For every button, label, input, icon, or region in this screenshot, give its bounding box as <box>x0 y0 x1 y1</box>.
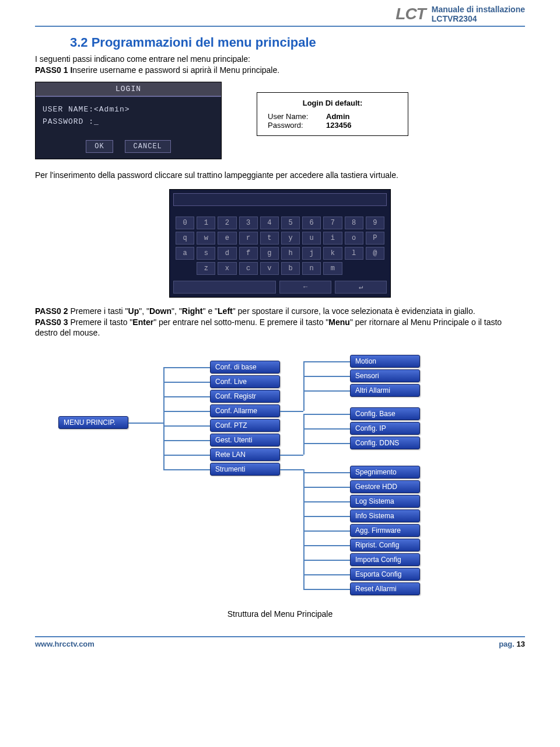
menu-node: Conf. PTZ <box>210 419 280 432</box>
menu-node: Strumenti <box>210 463 280 476</box>
virtual-keyboard-screenshot: 0123456789qwertyuioPasdfghjkl@zxcvbnm ← … <box>169 189 391 298</box>
keyboard-key[interactable]: w <box>197 232 215 245</box>
menu-node: Conf. di base <box>210 361 280 374</box>
header-manual-title: Manuale di installazione <box>432 5 525 14</box>
intro-text: I seguenti passi indicano come entrare n… <box>35 54 525 65</box>
keyboard-key[interactable]: a <box>176 247 194 260</box>
default-login-box: Login Di default: User Name: Admin Passw… <box>257 92 408 136</box>
keyboard-key[interactable]: u <box>302 232 321 245</box>
footer-rule <box>35 636 525 637</box>
keyboard-key[interactable]: 2 <box>218 217 236 229</box>
keyboard-key[interactable]: 6 <box>302 217 321 229</box>
logo: LCT <box>396 5 425 23</box>
default-login-title: Login Di default: <box>268 99 397 107</box>
menu-node: Gestore HDD <box>350 480 420 493</box>
menu-node: Importa Config <box>350 553 420 566</box>
menu-node: Riprist. Config <box>350 539 420 551</box>
footer-url: www.hrcctv.com <box>35 640 94 648</box>
footer-page-label: pag. <box>499 640 514 648</box>
keyboard-key[interactable]: e <box>218 232 236 245</box>
keyboard-space-key[interactable] <box>173 281 276 294</box>
password-hint-text: Per l'inserimento della password cliccar… <box>35 170 525 181</box>
pass0-1-label: PASS0 1 I <box>35 65 72 75</box>
keyboard-key[interactable]: q <box>176 232 194 245</box>
login-cancel-button[interactable]: CANCEL <box>125 140 171 153</box>
footer-page-number: 13 <box>517 640 525 648</box>
keyboard-key[interactable]: k <box>323 247 342 260</box>
keyboard-key[interactable]: d <box>218 247 236 260</box>
tree-caption: Struttura del Menu Principale <box>35 609 525 619</box>
default-pass-value: 123456 <box>326 121 351 130</box>
header-model: LCTVR2304 <box>432 14 525 23</box>
pass0-3: PASS0 3 Premere il tasto "Enter" per ent… <box>35 317 525 339</box>
menu-node: Log Sistema <box>350 495 420 508</box>
default-user-value: Admin <box>326 112 349 121</box>
login-password-line: PASSWORD :_ <box>43 117 214 126</box>
header-rule <box>35 26 525 27</box>
keyboard-key[interactable]: 7 <box>323 217 342 229</box>
menu-node: Spegnimento <box>350 466 420 479</box>
keyboard-key[interactable]: y <box>281 232 300 245</box>
keyboard-key[interactable]: z <box>197 262 215 275</box>
keyboard-key[interactable]: @ <box>366 247 384 260</box>
keyboard-key[interactable]: j <box>302 247 321 260</box>
menu-node: Config. IP <box>350 422 420 435</box>
keyboard-backspace-key[interactable]: ← <box>279 281 331 294</box>
login-screenshot: LOGIN USER NAME:<Admin> PASSWORD :_ OK C… <box>35 82 222 159</box>
keyboard-key[interactable]: b <box>281 262 300 275</box>
pass0-2-label: PASS0 2 <box>35 306 68 316</box>
menu-node: Motion <box>350 355 420 368</box>
menu-node: Rete LAN <box>210 448 280 461</box>
login-username-line: USER NAME:<Admin> <box>43 105 214 114</box>
keyboard-key[interactable]: r <box>239 232 258 245</box>
menu-node: Altri Allarmi <box>350 384 420 397</box>
menu-node: Reset Allarmi <box>350 582 420 595</box>
section-title: 3.2 Programmazioni del menu principale <box>70 35 525 50</box>
page-header: LCT Manuale di installazione LCTVR2304 <box>35 0 525 23</box>
keyboard-key[interactable]: o <box>345 232 363 245</box>
menu-node: Gest. Utenti <box>210 434 280 446</box>
menu-node: MENU PRINCIP. <box>58 416 128 429</box>
keyboard-key[interactable]: f <box>239 247 258 260</box>
menu-node: Agg. Firmware <box>350 524 420 537</box>
keyboard-key[interactable]: 4 <box>260 217 279 229</box>
pass0-1-text: nserire username e password si aprirà il… <box>72 65 279 75</box>
keyboard-key[interactable]: s <box>197 247 215 260</box>
keyboard-key[interactable]: 0 <box>176 217 194 229</box>
keyboard-input-field[interactable] <box>173 193 387 206</box>
keyboard-key[interactable]: i <box>323 232 342 245</box>
keyboard-enter-key[interactable]: ↵ <box>335 281 387 294</box>
page-footer: www.hrcctv.com pag. 13 <box>35 640 525 648</box>
keyboard-key[interactable]: 5 <box>281 217 300 229</box>
menu-tree-diagram: MENU PRINCIP.Conf. di baseConf. LiveConf… <box>58 349 502 606</box>
default-user-key: User Name: <box>268 112 326 121</box>
keyboard-key[interactable]: m <box>323 262 342 275</box>
keyboard-key[interactable]: 9 <box>366 217 384 229</box>
pass0-1: PASS0 1 Inserire username e password si … <box>35 65 525 76</box>
keyboard-key[interactable]: g <box>260 247 279 260</box>
keyboard-key[interactable]: v <box>260 262 279 275</box>
menu-node: Esporta Config <box>350 568 420 581</box>
keyboard-key[interactable]: P <box>366 232 384 245</box>
keyboard-key[interactable]: t <box>260 232 279 245</box>
pass0-2: PASS0 2 Premere i tasti "Up", "Down", "R… <box>35 306 525 317</box>
keyboard-key[interactable]: c <box>239 262 258 275</box>
keyboard-key[interactable]: x <box>218 262 236 275</box>
login-ok-button[interactable]: OK <box>86 140 113 153</box>
menu-node: Conf. Allarme <box>210 404 280 417</box>
keyboard-key[interactable]: h <box>281 247 300 260</box>
keyboard-key[interactable]: 8 <box>345 217 363 229</box>
menu-node: Config. DDNS <box>350 437 420 449</box>
menu-node: Conf. Live <box>210 375 280 388</box>
keyboard-key[interactable]: 1 <box>197 217 215 229</box>
login-title: LOGIN <box>36 82 221 97</box>
keyboard-key[interactable]: l <box>345 247 363 260</box>
keyboard-key[interactable]: n <box>302 262 321 275</box>
default-pass-key: Password: <box>268 121 326 130</box>
menu-node: Info Sistema <box>350 509 420 522</box>
menu-node: Conf. Registr <box>210 390 280 403</box>
menu-node: Config. Base <box>350 407 420 420</box>
menu-node: Sensori <box>350 369 420 382</box>
keyboard-key[interactable]: 3 <box>239 217 258 229</box>
pass0-3-label: PASS0 3 <box>35 317 68 327</box>
